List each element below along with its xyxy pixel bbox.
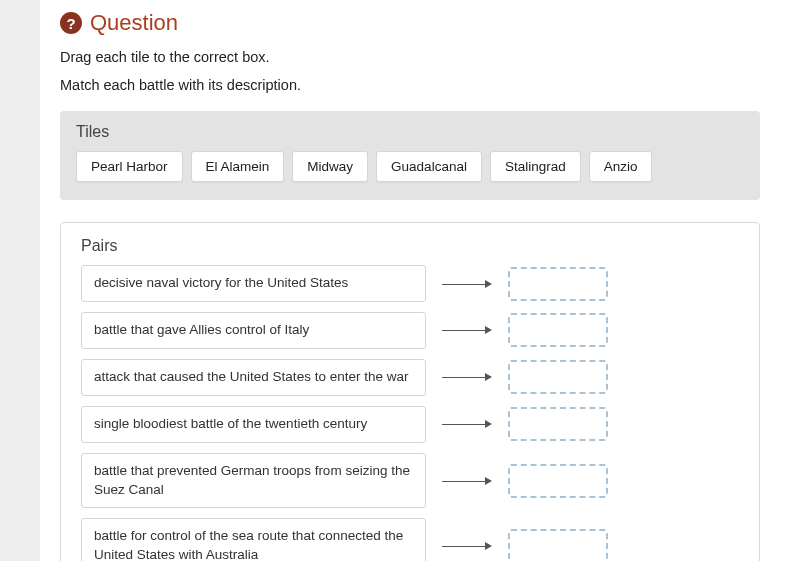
tile[interactable]: Anzio [589,151,653,182]
pair-row: battle for control of the sea route that… [81,518,739,561]
arrow-right-icon [442,419,492,429]
main-content: ? Question Drag each tile to the correct… [40,0,800,561]
question-mark-icon: ? [60,12,82,34]
instruction-line-2: Match each battle with its description. [60,72,760,100]
instruction-line-1: Drag each tile to the correct box. [60,44,760,72]
instructions: Drag each tile to the correct box. Match… [60,44,760,99]
tile[interactable]: Guadalcanal [376,151,482,182]
pair-row: battle that prevented German troops from… [81,453,739,509]
tiles-panel: Tiles Pearl Harbor El Alamein Midway Gua… [60,111,760,200]
pairs-panel-title: Pairs [81,237,739,255]
tiles-panel-title: Tiles [76,123,744,141]
pair-description: battle that gave Allies control of Italy [81,312,426,349]
pair-row: decisive naval victory for the United St… [81,265,739,302]
pair-description: decisive naval victory for the United St… [81,265,426,302]
pair-description: single bloodiest battle of the twentieth… [81,406,426,443]
arrow-right-icon [442,372,492,382]
arrow-right-icon [442,541,492,551]
pair-row: single bloodiest battle of the twentieth… [81,406,739,443]
drop-zone[interactable] [508,267,608,301]
tile[interactable]: El Alamein [191,151,285,182]
drop-zone[interactable] [508,313,608,347]
tiles-row: Pearl Harbor El Alamein Midway Guadalcan… [76,151,744,182]
tile[interactable]: Pearl Harbor [76,151,183,182]
pair-row: attack that caused the United States to … [81,359,739,396]
question-header: ? Question [60,10,760,36]
arrow-right-icon [442,279,492,289]
tile[interactable]: Midway [292,151,368,182]
pair-description: battle for control of the sea route that… [81,518,426,561]
drop-zone[interactable] [508,529,608,561]
question-title: Question [90,10,178,36]
pair-row: battle that gave Allies control of Italy [81,312,739,349]
drop-zone[interactable] [508,360,608,394]
left-gutter [0,0,40,561]
page: ? Question Drag each tile to the correct… [0,0,800,561]
pairs-panel: Pairs decisive naval victory for the Uni… [60,222,760,561]
tile[interactable]: Stalingrad [490,151,581,182]
arrow-right-icon [442,325,492,335]
arrow-right-icon [442,476,492,486]
drop-zone[interactable] [508,407,608,441]
pair-description: battle that prevented German troops from… [81,453,426,509]
drop-zone[interactable] [508,464,608,498]
pair-description: attack that caused the United States to … [81,359,426,396]
